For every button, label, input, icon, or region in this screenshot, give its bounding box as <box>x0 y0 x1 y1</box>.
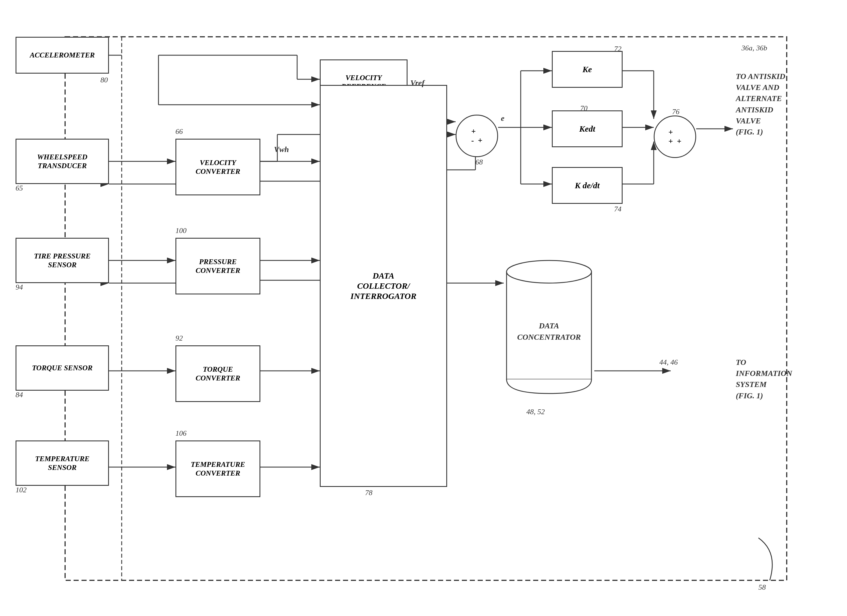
wheelspeed-block: WHEELSPEED TRANSDUCER <box>16 139 109 184</box>
svg-text:CONCENTRATOR: CONCENTRATOR <box>517 332 581 341</box>
ref-65: 65 <box>16 184 23 192</box>
data-collector-block: DATACOLLECTOR/INTERROGATOR <box>320 85 447 487</box>
ref-72: 72 <box>614 45 621 53</box>
ref-80: 80 <box>100 76 108 84</box>
to-information-label: TOINFORMATIONSYSTEM(FIG. 1) <box>736 357 792 401</box>
e-label: e <box>501 113 504 123</box>
ref-84: 84 <box>16 391 23 399</box>
accelerometer-block: ACCELEROMETER <box>16 37 109 74</box>
kdedt-block: K de/dt <box>552 167 623 204</box>
svg-text:DATA: DATA <box>539 321 559 330</box>
kedt-block: Kedt <box>552 111 623 147</box>
vwh-label: Vwh <box>274 144 289 155</box>
vref-label: Vref <box>410 78 425 88</box>
ref-92: 92 <box>176 334 183 343</box>
ref-94: 94 <box>16 283 23 292</box>
to-antiskid-label: TO ANTISKIDVALVE ANDALTERNATEANTISKIDVAL… <box>736 71 785 137</box>
ref-44-46: 44, 46 <box>660 358 678 366</box>
torque-converter-block: TORQUECONVERTER <box>176 346 260 402</box>
torque-sensor-block: TORQUE SENSOR <box>16 346 109 391</box>
data-concentrator: DATA CONCENTRATOR <box>504 255 594 396</box>
temperature-converter-block: TEMPERATURECONVERTER <box>176 440 260 497</box>
ref-36a-36b: 36a, 36b <box>741 44 767 52</box>
ref-68: 68 <box>475 158 483 167</box>
ref-76: 76 <box>672 108 679 116</box>
ref-78: 78 <box>365 489 372 497</box>
ref-74: 74 <box>614 205 621 213</box>
pressure-converter-block: PRESSURECONVERTER <box>176 238 260 294</box>
ref-70: 70 <box>580 104 587 113</box>
ke-block: Ke <box>552 51 623 88</box>
summing-junction-76: ++ + <box>654 115 696 158</box>
ref-48-52: 48, 52 <box>526 408 545 416</box>
summing-junction-68: +- + <box>456 115 498 157</box>
tire-pressure-block: TIRE PRESSURESENSOR <box>16 238 109 283</box>
ref-106: 106 <box>176 429 186 438</box>
ref-102: 102 <box>16 486 27 494</box>
ref-100: 100 <box>176 226 186 235</box>
temperature-sensor-block: TEMPERATURESENSOR <box>16 440 109 486</box>
velocity-converter-block: VELOCITYCONVERTER <box>176 139 260 195</box>
ref-58: 58 <box>758 583 766 592</box>
ref-66: 66 <box>176 127 183 136</box>
svg-point-45 <box>506 260 592 283</box>
